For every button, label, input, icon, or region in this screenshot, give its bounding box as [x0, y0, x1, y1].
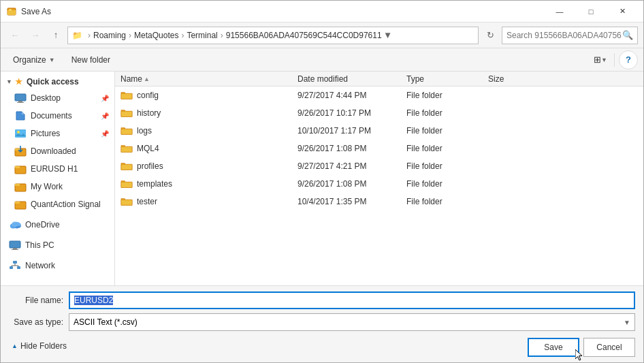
file-date-cell: 10/10/2017 1:17 PM — [297, 126, 406, 136]
svg-rect-15 — [15, 202, 20, 204]
save-label: Save — [544, 343, 562, 352]
network-section: Network — [1, 257, 114, 274]
folder-icon — [120, 178, 133, 189]
svg-rect-31 — [121, 200, 132, 205]
hide-folders-label: Hide Folders — [20, 341, 67, 351]
folder-icon — [120, 143, 133, 154]
pictures-label: Pictures — [31, 129, 60, 138]
sidebar-item-downloaded[interactable]: Downloaded — [1, 142, 114, 160]
sidebar-item-mywork[interactable]: My Work — [1, 178, 114, 195]
downloaded-icon — [14, 145, 27, 157]
search-input[interactable] — [506, 31, 622, 40]
svg-rect-20 — [13, 248, 17, 249]
search-box[interactable]: 🔍 — [502, 27, 638, 44]
window-controls: — □ ✕ — [544, 1, 638, 22]
svg-rect-2 — [9, 9, 12, 11]
sidebar-item-network[interactable]: Network — [1, 257, 114, 274]
file-list: Name ▲ Date modified Type Size — [115, 72, 643, 285]
table-row[interactable]: MQL4 9/26/2017 1:08 PM File folder — [115, 140, 643, 157]
breadcrumb-dropdown[interactable]: ▼ — [383, 27, 393, 44]
onedrive-label: OneDrive — [25, 220, 60, 230]
savetype-label: Save as type: — [9, 317, 63, 327]
close-button[interactable]: ✕ — [607, 1, 638, 22]
documents-pin-icon: 📌 — [101, 112, 109, 120]
table-row[interactable]: history 9/26/2017 10:17 PM File folder — [115, 104, 643, 122]
back-button[interactable]: ← — [6, 27, 24, 44]
sidebar-item-documents[interactable]: Documents 📌 — [1, 107, 114, 125]
save-button[interactable]: Save — [528, 338, 579, 357]
organize-button[interactable]: Organize ▼ — [6, 50, 62, 69]
sidebar-item-thispc[interactable]: This PC — [1, 236, 114, 254]
organize-dropdown-icon: ▼ — [49, 57, 55, 63]
sidebar: ▼ ★ Quick access Desktop 📌 Documents — [1, 72, 115, 285]
toolbar: Organize ▼ New folder ⊞ ▼ ? — [1, 48, 643, 72]
svg-rect-28 — [121, 146, 132, 152]
refresh-button[interactable]: ↻ — [481, 27, 499, 44]
main-area: ▼ ★ Quick access Desktop 📌 Documents — [1, 72, 643, 285]
quick-access-header[interactable]: ▼ ★ Quick access — [1, 74, 114, 89]
file-type-cell: File folder — [406, 197, 488, 206]
mywork-label: My Work — [31, 182, 63, 191]
column-header-size[interactable]: Size — [488, 74, 543, 84]
quick-access-label: Quick access — [27, 77, 79, 86]
table-row[interactable]: templates 9/26/2017 1:08 PM File folder — [115, 175, 643, 193]
up-button[interactable]: ↑ — [47, 27, 65, 44]
file-type-cell: File folder — [406, 179, 488, 189]
file-date-cell: 9/26/2017 1:08 PM — [297, 179, 406, 189]
savetype-dropdown-icon: ▼ — [624, 319, 630, 326]
view-button[interactable]: ⊞ ▼ — [591, 50, 610, 69]
column-header-type[interactable]: Type — [406, 74, 488, 84]
file-list-header: Name ▲ Date modified Type Size — [115, 72, 643, 86]
bottom-area: File name: Save as type: ASCII Text (*.c… — [1, 285, 643, 362]
action-buttons: Save Cancel — [528, 338, 635, 357]
save-as-dialog: Save As — □ ✕ ← → ↑ 📁 › Roaming › MetaQu… — [0, 0, 644, 363]
column-header-date[interactable]: Date modified — [297, 74, 406, 84]
filename-input[interactable] — [69, 291, 635, 309]
minimize-button[interactable]: — — [544, 1, 575, 22]
maximize-button[interactable]: □ — [575, 1, 607, 22]
table-row[interactable]: logs 10/10/2017 1:17 PM File folder — [115, 122, 643, 140]
svg-rect-24 — [17, 266, 20, 269]
file-name-cell: tester — [120, 196, 297, 207]
svg-rect-4 — [18, 101, 22, 102]
onedrive-section: OneDrive — [1, 216, 114, 234]
breadcrumb-guid: 915566BA06ADA407569C544CC0D97611 — [226, 31, 382, 40]
table-row[interactable]: profiles 9/27/2017 4:21 PM File folder — [115, 157, 643, 175]
help-button[interactable]: ? — [619, 50, 638, 69]
view-icon: ⊞ — [594, 54, 601, 65]
hide-folders-button[interactable]: ▲ Hide Folders — [9, 340, 69, 352]
file-name-cell: history — [120, 108, 297, 119]
new-folder-button[interactable]: New folder — [65, 50, 117, 69]
eurusd-label: EURUSD H1 — [31, 164, 78, 174]
breadcrumb[interactable]: 📁 › Roaming › MetaQuotes › Terminal › 91… — [67, 27, 479, 44]
sidebar-item-desktop[interactable]: Desktop 📌 — [1, 89, 114, 107]
view-dropdown-icon: ▼ — [601, 57, 607, 63]
pictures-icon — [14, 127, 27, 140]
desktop-label: Desktop — [31, 93, 61, 103]
table-row[interactable]: config 9/27/2017 4:44 PM File folder — [115, 86, 643, 104]
cancel-button[interactable]: Cancel — [583, 338, 635, 357]
hide-folders-arrow-icon: ▲ — [12, 343, 18, 349]
savetype-select[interactable]: ASCII Text (*.csv) ▼ — [69, 313, 635, 331]
sidebar-item-eurusd[interactable]: EURUSD H1 — [1, 160, 114, 178]
savetype-row: Save as type: ASCII Text (*.csv) ▼ — [9, 313, 635, 331]
file-name-cell: MQL4 — [120, 143, 297, 154]
table-row[interactable]: tester 10/4/2017 1:35 PM File folder — [115, 193, 643, 210]
file-type-cell: File folder — [406, 91, 488, 100]
folder-icon — [120, 196, 133, 207]
sidebar-item-pictures[interactable]: Pictures 📌 — [1, 125, 114, 142]
search-icon: 🔍 — [622, 30, 633, 40]
svg-rect-29 — [121, 164, 132, 170]
thispc-section: This PC — [1, 236, 114, 254]
column-header-name[interactable]: Name ▲ — [120, 74, 297, 84]
downloaded-label: Downloaded — [31, 146, 76, 156]
documents-icon — [14, 110, 27, 122]
folder-icon — [120, 90, 133, 101]
sidebar-item-quantaction[interactable]: QuantAction Signal — [1, 195, 114, 213]
file-name-cell: config — [120, 90, 297, 101]
thispc-icon — [9, 239, 21, 251]
forward-button[interactable]: → — [27, 27, 44, 44]
folder-icon — [120, 161, 133, 172]
sidebar-item-onedrive[interactable]: OneDrive — [1, 216, 114, 234]
organize-label: Organize — [13, 55, 46, 65]
